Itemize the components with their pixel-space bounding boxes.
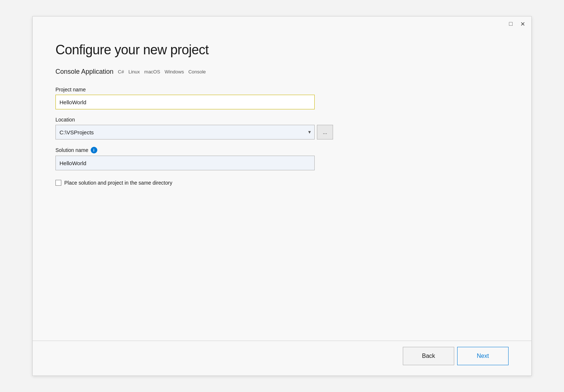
same-directory-label: Place solution and project in the same d… [64,180,172,186]
project-name-label: Project name [55,87,509,92]
tag-console: Console [188,68,206,75]
location-label: Location [55,117,509,123]
solution-name-group: Solution name i [55,147,509,170]
location-select-wrapper: C:\VSProjects ▼ [55,125,315,139]
project-type-label: Console Application [55,68,113,76]
location-select[interactable]: C:\VSProjects [55,125,315,139]
tag-linux: Linux [129,68,140,75]
configure-project-window: □ ✕ Configure your new project Console A… [32,16,532,376]
tag-macos: macOS [144,68,160,75]
subtitle-row: Console Application C# Linux macOS Windo… [55,68,509,76]
project-name-group: Project name [55,87,509,109]
tag-windows: Windows [164,68,184,75]
tag-csharp: C# [118,68,124,75]
title-bar: □ ✕ [33,17,531,31]
footer: Back Next [33,341,531,375]
form: Project name Location C:\VSProjects ▼ ..… [55,87,509,186]
next-button[interactable]: Next [457,347,509,365]
solution-name-input[interactable] [55,156,315,170]
location-row: C:\VSProjects ▼ ... [55,125,509,139]
solution-name-info-icon: i [91,147,97,153]
same-directory-checkbox[interactable] [55,180,61,186]
project-name-input[interactable] [55,95,315,109]
solution-name-label: Solution name i [55,147,509,153]
minimize-button[interactable]: □ [507,20,514,28]
back-button[interactable]: Back [403,347,454,365]
content-area: Configure your new project Console Appli… [33,31,531,341]
close-button[interactable]: ✕ [519,20,526,28]
page-title: Configure your new project [55,42,509,58]
same-directory-row: Place solution and project in the same d… [55,180,509,186]
location-group: Location C:\VSProjects ▼ ... [55,117,509,139]
browse-button[interactable]: ... [317,125,333,139]
